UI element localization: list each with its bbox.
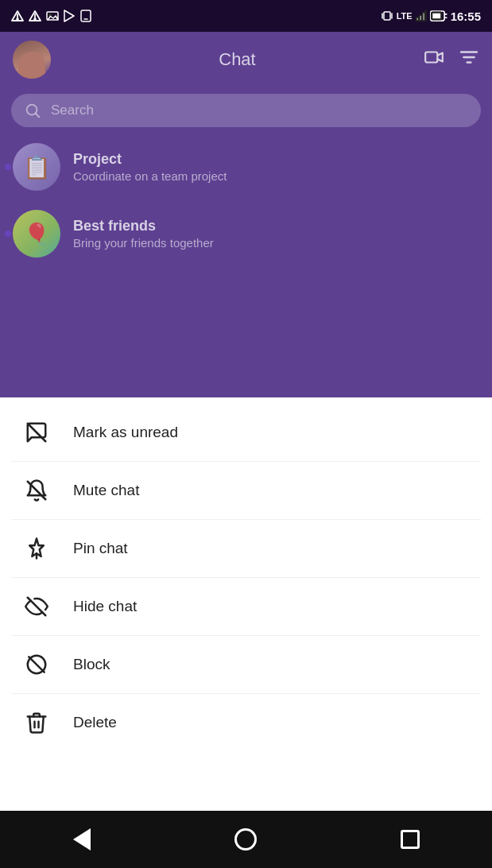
phone-icon bbox=[79, 10, 92, 22]
bottom-sheet: Mark as unread Mute chat Pin chat bbox=[0, 397, 492, 758]
menu-label-mark-unread: Mark as unread bbox=[73, 424, 178, 441]
recents-button[interactable] bbox=[393, 822, 428, 857]
vibrate-icon bbox=[381, 10, 393, 22]
svg-rect-15 bbox=[419, 15, 421, 21]
warning-icon2 bbox=[29, 10, 41, 22]
back-button[interactable] bbox=[64, 822, 99, 857]
block-icon bbox=[22, 650, 51, 679]
menu-label-mute: Mute chat bbox=[73, 482, 139, 499]
recents-icon bbox=[401, 830, 420, 849]
svg-rect-11 bbox=[384, 12, 390, 20]
menu-label-block: Block bbox=[73, 656, 110, 673]
menu-item-mark-unread[interactable]: Mark as unread bbox=[0, 404, 492, 461]
menu-item-mute[interactable]: Mute chat bbox=[0, 462, 492, 519]
svg-point-2 bbox=[17, 18, 18, 20]
svg-rect-16 bbox=[422, 13, 424, 21]
svg-point-5 bbox=[34, 18, 36, 20]
menu-item-hide[interactable]: Hide chat bbox=[0, 578, 492, 635]
svg-rect-9 bbox=[81, 10, 91, 21]
svg-rect-17 bbox=[425, 10, 427, 21]
menu-item-pin[interactable]: Pin chat bbox=[0, 520, 492, 577]
image-icon bbox=[46, 10, 59, 22]
menu-label-hide: Hide chat bbox=[73, 598, 137, 615]
home-icon bbox=[234, 828, 257, 851]
signal-icon bbox=[416, 10, 427, 21]
svg-line-33 bbox=[29, 657, 44, 672]
overlay bbox=[0, 32, 492, 397]
home-button[interactable] bbox=[228, 822, 263, 857]
hide-icon bbox=[22, 592, 51, 621]
menu-label-delete: Delete bbox=[73, 714, 117, 731]
status-bar: LTE 16:55 bbox=[0, 0, 492, 32]
svg-rect-14 bbox=[416, 17, 419, 21]
lte-label: LTE bbox=[397, 11, 413, 21]
mute-icon bbox=[22, 476, 51, 505]
pin-icon bbox=[22, 534, 51, 563]
warning-icon1 bbox=[11, 10, 24, 22]
menu-item-block[interactable]: Block bbox=[0, 636, 492, 693]
back-icon bbox=[73, 828, 91, 851]
status-time: 16:55 bbox=[451, 10, 481, 23]
battery-icon bbox=[430, 10, 447, 21]
play-icon bbox=[64, 10, 75, 22]
svg-rect-19 bbox=[432, 13, 441, 20]
nav-bar bbox=[0, 811, 492, 868]
status-icons-right: LTE 16:55 bbox=[381, 10, 481, 23]
app-background: Chat Search 📋 bbox=[0, 32, 492, 397]
delete-icon bbox=[22, 708, 51, 737]
status-icons-left bbox=[11, 10, 92, 22]
svg-marker-8 bbox=[64, 10, 74, 21]
mark-unread-icon bbox=[22, 418, 51, 447]
menu-label-pin: Pin chat bbox=[73, 540, 128, 557]
menu-item-delete[interactable]: Delete bbox=[0, 694, 492, 751]
